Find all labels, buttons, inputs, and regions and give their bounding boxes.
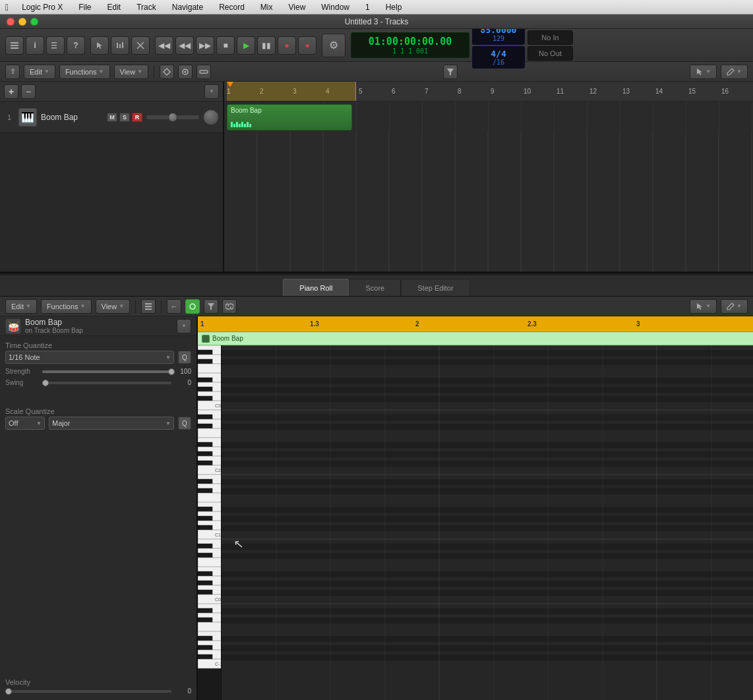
menu-record[interactable]: Record (216, 1, 247, 13)
key-e3-white[interactable] (198, 364, 222, 373)
info-button[interactable]: i (26, 36, 44, 55)
swing-slider[interactable] (42, 382, 171, 384)
record-arm-button-1[interactable]: R (132, 113, 142, 122)
quantize-select[interactable]: 1/16 Note ▼ (5, 351, 174, 364)
capture-button[interactable]: ● (298, 36, 316, 55)
menu-mix[interactable]: Mix (258, 1, 276, 13)
pr-region-icon (202, 335, 210, 343)
menu-view[interactable]: View (286, 1, 309, 13)
midi-filter-button[interactable] (443, 65, 458, 79)
menu-navigate[interactable]: Navigate (169, 1, 206, 13)
ruler-mark-8: 8 (458, 88, 462, 95)
key-e2-white[interactable] (198, 428, 222, 438)
track-pan-knob-1[interactable] (203, 109, 219, 125)
track-name-1[interactable]: Boom Bap (41, 113, 103, 122)
pause-button[interactable]: ▮▮ (257, 36, 276, 55)
library-button[interactable] (5, 36, 24, 55)
drum-icon: 🥁 (8, 321, 19, 332)
velocity-thumb (5, 688, 12, 695)
tab-step-editor[interactable]: Step Editor (401, 279, 469, 296)
pr-pencil-tool-button[interactable]: ▼ (721, 299, 748, 314)
play-button[interactable]: ▶ (237, 36, 255, 55)
scale-q-button[interactable]: Q (178, 417, 191, 430)
pr-track-instrument-icon[interactable]: 🥁 (5, 318, 21, 334)
pr-sidebar-dropdown-button[interactable]: ▼ (177, 319, 191, 334)
pr-filter-button[interactable] (204, 299, 218, 314)
menu-track[interactable]: Track (134, 1, 159, 13)
menu-window[interactable]: Window (318, 1, 352, 13)
menu-logic-pro-x[interactable]: Logic Pro X (19, 1, 65, 13)
pr-toolbar-sep-1 (135, 300, 136, 313)
close-button[interactable] (7, 18, 15, 26)
back-button[interactable]: ⇧ (5, 65, 20, 79)
mute-button-1[interactable]: M (107, 113, 117, 122)
solo-button-1[interactable]: S (119, 113, 130, 122)
help-button[interactable]: ? (67, 36, 85, 55)
pr-pointer-tool-button[interactable]: ▼ (690, 299, 717, 314)
midi-bar (236, 122, 238, 127)
rewind-button[interactable]: ◀◀ (175, 36, 194, 55)
track-options-button[interactable]: ▼ (204, 84, 219, 99)
pr-toolbar: Edit ▼ Functions ▼ View ▼ ← ▼ (0, 297, 753, 316)
track-volume-fader-1[interactable] (146, 115, 199, 119)
pr-ruler-mark-1-3: 1.3 (310, 320, 319, 328)
record-button[interactable]: ● (278, 36, 296, 55)
snap-button[interactable] (160, 65, 174, 79)
fast-forward-button[interactable]: ▶▶ (196, 36, 214, 55)
link-button[interactable] (196, 65, 211, 79)
menu-file[interactable]: File (76, 1, 94, 13)
cm1-label: C-1 (215, 662, 222, 666)
stop-button[interactable]: ■ (216, 36, 235, 55)
scale-off-select[interactable]: Off ▼ (5, 417, 45, 430)
tab-score[interactable]: Score (349, 279, 401, 296)
track-instrument-icon-1[interactable]: 🎹 (18, 108, 37, 127)
key-e0-white[interactable] (198, 558, 222, 567)
menu-help[interactable]: Help (383, 1, 405, 13)
metronome-gear-button[interactable]: ⚙ (322, 34, 346, 57)
svg-rect-23 (222, 387, 753, 393)
pr-sidebar-chevron-icon: ▼ (181, 323, 187, 329)
tab-piano-roll[interactable]: Piano Roll (283, 279, 349, 296)
velocity-row: 0 (5, 687, 191, 695)
pr-functions-button[interactable]: Functions ▼ (41, 299, 92, 314)
pr-edit-button[interactable]: Edit ▼ (5, 299, 37, 314)
add-track-button[interactable]: + (4, 84, 18, 99)
pencil-chevron-icon: ▼ (737, 69, 742, 74)
strength-slider[interactable] (42, 370, 171, 373)
scissor-tool[interactable] (131, 36, 150, 55)
pr-list-button[interactable] (141, 299, 156, 314)
edit-mode-buttons (90, 36, 150, 55)
functions-button[interactable]: Functions ▼ (59, 65, 110, 79)
minimize-button[interactable] (18, 18, 26, 26)
pr-midi-in-button[interactable] (185, 299, 200, 314)
menu-edit[interactable]: Edit (105, 1, 124, 13)
quantize-q-button[interactable]: Q (178, 351, 191, 364)
pr-view-button[interactable]: View ▼ (96, 299, 131, 314)
remove-track-button[interactable]: − (21, 84, 36, 99)
mixer-button[interactable] (111, 36, 129, 55)
key-e1-white[interactable] (198, 493, 222, 502)
maximize-button[interactable] (30, 18, 38, 26)
scale-type-select[interactable]: Major ▼ (49, 417, 174, 430)
svg-rect-27 (222, 442, 753, 448)
pointer-tool[interactable] (90, 36, 109, 55)
catch-button[interactable] (178, 65, 193, 79)
pr-back-button[interactable]: ← (167, 299, 181, 314)
menu-1[interactable]: 1 (363, 1, 373, 13)
svg-rect-31 (222, 488, 753, 494)
pointer-mode-button[interactable]: ▼ (690, 65, 717, 79)
time-sig-sub-display: /16 (478, 59, 519, 66)
velocity-slider[interactable] (5, 690, 171, 693)
svg-rect-34 (222, 525, 753, 531)
edit-button[interactable]: Edit ▼ (24, 65, 55, 79)
view-button[interactable]: View ▼ (114, 65, 149, 79)
note-grid[interactable]: ↖ (222, 345, 753, 700)
pencil-mode-button[interactable]: ▼ (721, 65, 748, 79)
list-button[interactable] (46, 36, 65, 55)
apple-menu[interactable]:  (5, 2, 9, 13)
pr-link-button[interactable] (222, 299, 237, 314)
go-to-start-button[interactable]: ◀◀ (155, 36, 173, 55)
arrange-region-1[interactable]: Boom Bap (227, 104, 352, 131)
arrange-empty-rows (224, 133, 753, 272)
key-em1-white[interactable] (198, 622, 222, 631)
